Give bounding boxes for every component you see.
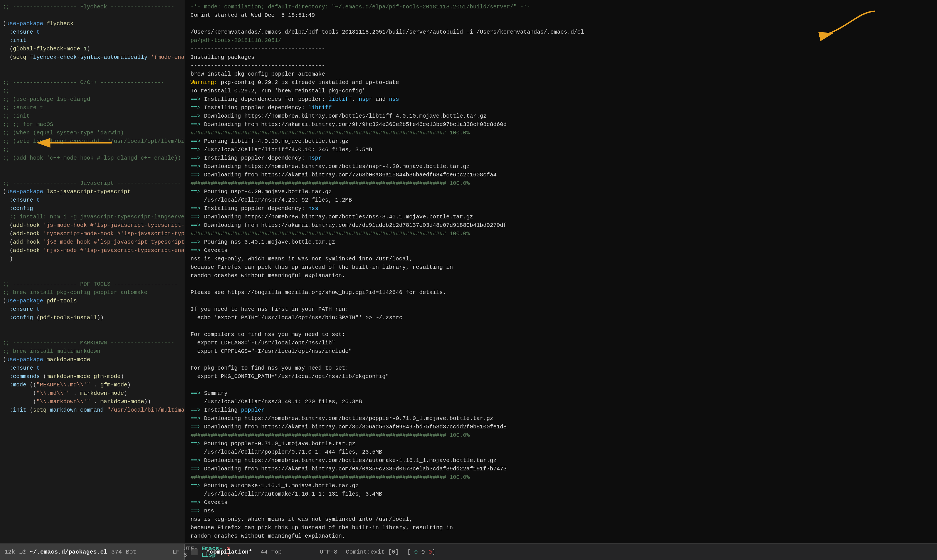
branch-icon: ⎇ [19,549,26,555]
status-bar: 12k ⎇ ~/.emacs.d/packages.el 374 Bot LF … [0,543,937,560]
encoding-lf: LF [173,549,180,555]
editor-area: ;; ------------------- Flycheck --------… [0,0,937,543]
line-number: 374 [111,549,122,555]
file-size: 12k [5,549,15,555]
right-compilation-pane[interactable]: -*- mode: compilation; default-directory… [185,0,937,543]
bracket-status: [ 0 0 0] [407,549,435,555]
file-path: ~/.emacs.d/packages.el [30,549,107,555]
mode-indicator: Bot [126,549,136,555]
left-status-bar: 12k ⎇ ~/.emacs.d/packages.el 374 Bot LF … [0,544,185,560]
left-editor-pane[interactable]: ;; ------------------- Flycheck --------… [0,0,185,543]
main-container: ;; ------------------- Flycheck --------… [0,0,937,560]
editor-content: ;; ------------------- Flycheck --------… [0,3,185,414]
comint-mode: Comint:exit [0] [346,549,399,555]
right-encoding: UTF-8 [320,549,338,555]
compilation-buffer: *compilation* [206,549,252,555]
buffer-position: 44 Top [260,549,282,555]
terminal-icon: ⬛ [191,549,198,555]
right-status-bar: ⬛ *compilation* 44 Top UTF-8 Comint:exit… [185,544,937,560]
compilation-output: -*- mode: compilation; default-directory… [191,3,931,543]
